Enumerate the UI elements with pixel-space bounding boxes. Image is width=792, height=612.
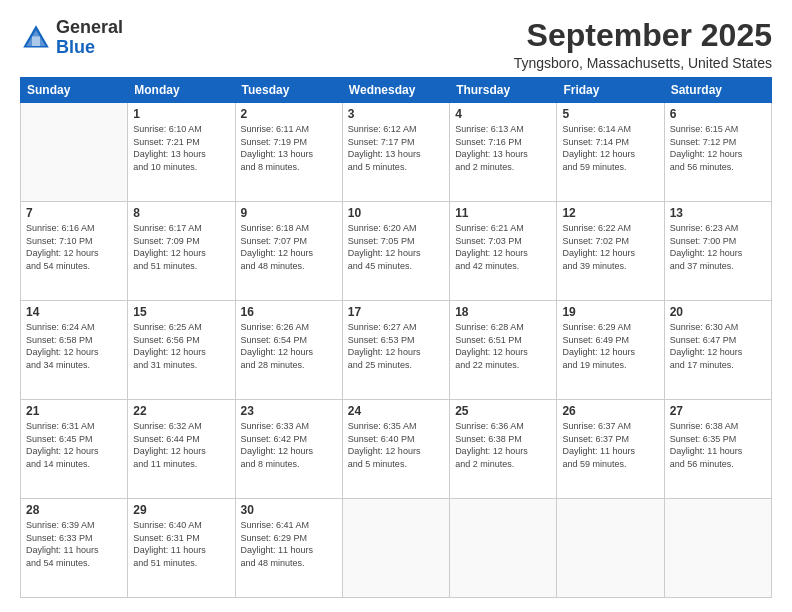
- day-number: 3: [348, 107, 444, 121]
- table-row: 6Sunrise: 6:15 AM Sunset: 7:12 PM Daylig…: [664, 103, 771, 202]
- location-title: Tyngsboro, Massachusetts, United States: [514, 55, 772, 71]
- day-number: 11: [455, 206, 551, 220]
- day-info: Sunrise: 6:10 AM Sunset: 7:21 PM Dayligh…: [133, 123, 229, 173]
- table-row: 29Sunrise: 6:40 AM Sunset: 6:31 PM Dayli…: [128, 499, 235, 598]
- table-row: 17Sunrise: 6:27 AM Sunset: 6:53 PM Dayli…: [342, 301, 449, 400]
- day-info: Sunrise: 6:38 AM Sunset: 6:35 PM Dayligh…: [670, 420, 766, 470]
- day-info: Sunrise: 6:13 AM Sunset: 7:16 PM Dayligh…: [455, 123, 551, 173]
- page: General Blue September 2025 Tyngsboro, M…: [0, 0, 792, 612]
- day-info: Sunrise: 6:16 AM Sunset: 7:10 PM Dayligh…: [26, 222, 122, 272]
- day-info: Sunrise: 6:23 AM Sunset: 7:00 PM Dayligh…: [670, 222, 766, 272]
- day-number: 8: [133, 206, 229, 220]
- table-row: 22Sunrise: 6:32 AM Sunset: 6:44 PM Dayli…: [128, 400, 235, 499]
- day-info: Sunrise: 6:20 AM Sunset: 7:05 PM Dayligh…: [348, 222, 444, 272]
- calendar-week-row: 21Sunrise: 6:31 AM Sunset: 6:45 PM Dayli…: [21, 400, 772, 499]
- logo-icon: [20, 22, 52, 54]
- calendar-header-row: Sunday Monday Tuesday Wednesday Thursday…: [21, 78, 772, 103]
- table-row: [450, 499, 557, 598]
- table-row: 18Sunrise: 6:28 AM Sunset: 6:51 PM Dayli…: [450, 301, 557, 400]
- day-info: Sunrise: 6:21 AM Sunset: 7:03 PM Dayligh…: [455, 222, 551, 272]
- day-number: 14: [26, 305, 122, 319]
- day-info: Sunrise: 6:41 AM Sunset: 6:29 PM Dayligh…: [241, 519, 337, 569]
- day-info: Sunrise: 6:18 AM Sunset: 7:07 PM Dayligh…: [241, 222, 337, 272]
- day-number: 28: [26, 503, 122, 517]
- table-row: 4Sunrise: 6:13 AM Sunset: 7:16 PM Daylig…: [450, 103, 557, 202]
- calendar-week-row: 7Sunrise: 6:16 AM Sunset: 7:10 PM Daylig…: [21, 202, 772, 301]
- table-row: 30Sunrise: 6:41 AM Sunset: 6:29 PM Dayli…: [235, 499, 342, 598]
- table-row: 26Sunrise: 6:37 AM Sunset: 6:37 PM Dayli…: [557, 400, 664, 499]
- day-number: 24: [348, 404, 444, 418]
- table-row: 2Sunrise: 6:11 AM Sunset: 7:19 PM Daylig…: [235, 103, 342, 202]
- day-info: Sunrise: 6:22 AM Sunset: 7:02 PM Dayligh…: [562, 222, 658, 272]
- top-section: General Blue September 2025 Tyngsboro, M…: [20, 18, 772, 71]
- day-info: Sunrise: 6:27 AM Sunset: 6:53 PM Dayligh…: [348, 321, 444, 371]
- day-number: 25: [455, 404, 551, 418]
- table-row: 16Sunrise: 6:26 AM Sunset: 6:54 PM Dayli…: [235, 301, 342, 400]
- table-row: 19Sunrise: 6:29 AM Sunset: 6:49 PM Dayli…: [557, 301, 664, 400]
- day-info: Sunrise: 6:17 AM Sunset: 7:09 PM Dayligh…: [133, 222, 229, 272]
- table-row: 23Sunrise: 6:33 AM Sunset: 6:42 PM Dayli…: [235, 400, 342, 499]
- table-row: 27Sunrise: 6:38 AM Sunset: 6:35 PM Dayli…: [664, 400, 771, 499]
- day-number: 29: [133, 503, 229, 517]
- col-sunday: Sunday: [21, 78, 128, 103]
- table-row: 5Sunrise: 6:14 AM Sunset: 7:14 PM Daylig…: [557, 103, 664, 202]
- day-info: Sunrise: 6:25 AM Sunset: 6:56 PM Dayligh…: [133, 321, 229, 371]
- day-info: Sunrise: 6:26 AM Sunset: 6:54 PM Dayligh…: [241, 321, 337, 371]
- day-info: Sunrise: 6:35 AM Sunset: 6:40 PM Dayligh…: [348, 420, 444, 470]
- col-thursday: Thursday: [450, 78, 557, 103]
- col-friday: Friday: [557, 78, 664, 103]
- table-row: 10Sunrise: 6:20 AM Sunset: 7:05 PM Dayli…: [342, 202, 449, 301]
- col-monday: Monday: [128, 78, 235, 103]
- month-title: September 2025: [514, 18, 772, 53]
- table-row: 24Sunrise: 6:35 AM Sunset: 6:40 PM Dayli…: [342, 400, 449, 499]
- logo-blue-text: Blue: [56, 38, 123, 58]
- day-number: 13: [670, 206, 766, 220]
- col-saturday: Saturday: [664, 78, 771, 103]
- day-number: 1: [133, 107, 229, 121]
- day-info: Sunrise: 6:11 AM Sunset: 7:19 PM Dayligh…: [241, 123, 337, 173]
- day-info: Sunrise: 6:33 AM Sunset: 6:42 PM Dayligh…: [241, 420, 337, 470]
- table-row: 11Sunrise: 6:21 AM Sunset: 7:03 PM Dayli…: [450, 202, 557, 301]
- table-row: 3Sunrise: 6:12 AM Sunset: 7:17 PM Daylig…: [342, 103, 449, 202]
- table-row: 13Sunrise: 6:23 AM Sunset: 7:00 PM Dayli…: [664, 202, 771, 301]
- table-row: 8Sunrise: 6:17 AM Sunset: 7:09 PM Daylig…: [128, 202, 235, 301]
- table-row: 21Sunrise: 6:31 AM Sunset: 6:45 PM Dayli…: [21, 400, 128, 499]
- logo-area: General Blue: [20, 18, 123, 58]
- day-info: Sunrise: 6:30 AM Sunset: 6:47 PM Dayligh…: [670, 321, 766, 371]
- day-number: 12: [562, 206, 658, 220]
- day-info: Sunrise: 6:32 AM Sunset: 6:44 PM Dayligh…: [133, 420, 229, 470]
- table-row: 20Sunrise: 6:30 AM Sunset: 6:47 PM Dayli…: [664, 301, 771, 400]
- svg-rect-2: [32, 36, 40, 46]
- day-number: 26: [562, 404, 658, 418]
- day-info: Sunrise: 6:24 AM Sunset: 6:58 PM Dayligh…: [26, 321, 122, 371]
- day-info: Sunrise: 6:14 AM Sunset: 7:14 PM Dayligh…: [562, 123, 658, 173]
- day-number: 23: [241, 404, 337, 418]
- day-number: 30: [241, 503, 337, 517]
- day-number: 17: [348, 305, 444, 319]
- day-number: 7: [26, 206, 122, 220]
- day-info: Sunrise: 6:12 AM Sunset: 7:17 PM Dayligh…: [348, 123, 444, 173]
- table-row: 9Sunrise: 6:18 AM Sunset: 7:07 PM Daylig…: [235, 202, 342, 301]
- day-number: 6: [670, 107, 766, 121]
- day-info: Sunrise: 6:36 AM Sunset: 6:38 PM Dayligh…: [455, 420, 551, 470]
- day-number: 19: [562, 305, 658, 319]
- day-number: 16: [241, 305, 337, 319]
- day-number: 15: [133, 305, 229, 319]
- day-info: Sunrise: 6:37 AM Sunset: 6:37 PM Dayligh…: [562, 420, 658, 470]
- day-info: Sunrise: 6:29 AM Sunset: 6:49 PM Dayligh…: [562, 321, 658, 371]
- calendar-table: Sunday Monday Tuesday Wednesday Thursday…: [20, 77, 772, 598]
- table-row: [557, 499, 664, 598]
- day-info: Sunrise: 6:31 AM Sunset: 6:45 PM Dayligh…: [26, 420, 122, 470]
- day-info: Sunrise: 6:39 AM Sunset: 6:33 PM Dayligh…: [26, 519, 122, 569]
- table-row: [342, 499, 449, 598]
- col-tuesday: Tuesday: [235, 78, 342, 103]
- table-row: 15Sunrise: 6:25 AM Sunset: 6:56 PM Dayli…: [128, 301, 235, 400]
- table-row: 12Sunrise: 6:22 AM Sunset: 7:02 PM Dayli…: [557, 202, 664, 301]
- table-row: 1Sunrise: 6:10 AM Sunset: 7:21 PM Daylig…: [128, 103, 235, 202]
- day-number: 27: [670, 404, 766, 418]
- calendar-week-row: 28Sunrise: 6:39 AM Sunset: 6:33 PM Dayli…: [21, 499, 772, 598]
- day-number: 10: [348, 206, 444, 220]
- table-row: 28Sunrise: 6:39 AM Sunset: 6:33 PM Dayli…: [21, 499, 128, 598]
- table-row: 7Sunrise: 6:16 AM Sunset: 7:10 PM Daylig…: [21, 202, 128, 301]
- day-number: 5: [562, 107, 658, 121]
